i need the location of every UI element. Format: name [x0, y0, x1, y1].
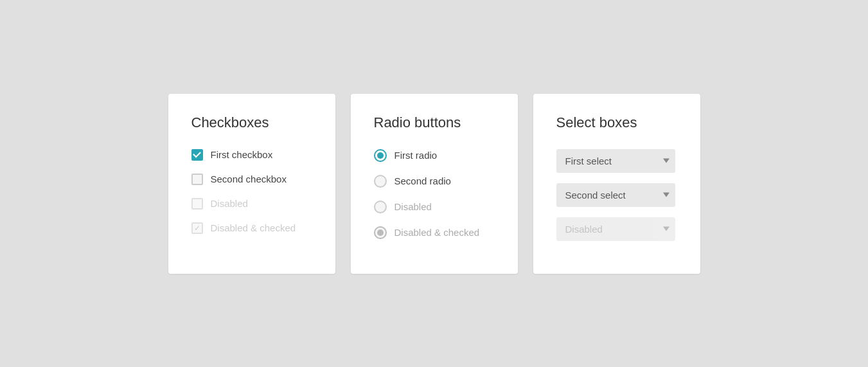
- select-list: First select Second select Disabled: [556, 149, 677, 241]
- radio-card: Radio buttons First radio Second radio D…: [351, 94, 518, 274]
- select-wrapper-3: Disabled: [556, 217, 677, 241]
- radio-label-3: Disabled: [394, 201, 432, 212]
- checkbox-label-1: First checkbox: [211, 149, 273, 160]
- radio-circle-4: [374, 226, 387, 239]
- radio-item-2[interactable]: Second radio: [374, 175, 495, 188]
- checkbox-box-2: [191, 174, 203, 185]
- radio-circle-3: [374, 201, 387, 213]
- checkboxes-card: Checkboxes First checkbox Second checkbo…: [168, 94, 335, 274]
- checkbox-box-1: [191, 149, 203, 161]
- radio-title: Radio buttons: [374, 114, 495, 131]
- checkbox-item-3: Disabled: [191, 198, 312, 210]
- checkbox-label-3: Disabled: [211, 198, 248, 209]
- select-box-1[interactable]: First select: [556, 149, 675, 173]
- radio-item-3: Disabled: [374, 201, 495, 213]
- checkbox-box-4: [191, 222, 203, 234]
- checkbox-item-2[interactable]: Second checkbox: [191, 174, 312, 185]
- select-title: Select boxes: [556, 114, 677, 131]
- checkbox-item-4: Disabled & checked: [191, 222, 312, 234]
- select-box-3: Disabled: [556, 217, 675, 241]
- radio-label-4: Disabled & checked: [394, 227, 480, 238]
- radio-label-1: First radio: [394, 150, 438, 161]
- radio-circle-1: [374, 149, 387, 162]
- checkboxes-title: Checkboxes: [191, 114, 312, 131]
- checkbox-label-4: Disabled & checked: [211, 222, 296, 233]
- checkbox-box-3: [191, 198, 203, 210]
- radio-item-4: Disabled & checked: [374, 226, 495, 239]
- select-wrapper-2: Second select: [556, 183, 677, 207]
- select-card: Select boxes First select Second select …: [533, 94, 700, 274]
- page-container: Checkboxes First checkbox Second checkbo…: [143, 68, 726, 300]
- radio-label-2: Second radio: [394, 175, 451, 186]
- checkbox-label-2: Second checkbox: [211, 174, 287, 184]
- radio-circle-2: [374, 175, 387, 188]
- checkbox-list: First checkbox Second checkbox Disabled …: [191, 149, 312, 234]
- select-wrapper-1: First select: [556, 149, 677, 173]
- checkbox-item-1[interactable]: First checkbox: [191, 149, 312, 161]
- radio-list: First radio Second radio Disabled Disabl…: [374, 149, 495, 239]
- radio-item-1[interactable]: First radio: [374, 149, 495, 162]
- select-box-2[interactable]: Second select: [556, 183, 675, 207]
